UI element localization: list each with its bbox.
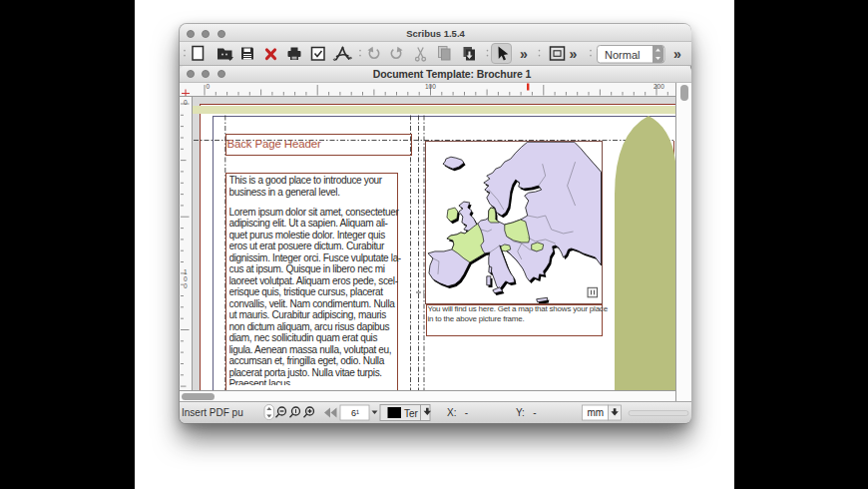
svg-text:mm: mm <box>588 407 605 418</box>
svg-text:Normal: Normal <box>605 49 640 61</box>
svg-text:200: 200 <box>653 83 664 90</box>
svg-text:6¹: 6¹ <box>351 408 359 418</box>
svg-text:0: 0 <box>207 83 211 90</box>
svg-text:»: » <box>570 46 578 62</box>
svg-text:Ter: Ter <box>404 408 419 419</box>
svg-text:»: » <box>520 46 528 62</box>
svg-text:100: 100 <box>425 83 436 90</box>
svg-text:»: » <box>673 46 681 62</box>
